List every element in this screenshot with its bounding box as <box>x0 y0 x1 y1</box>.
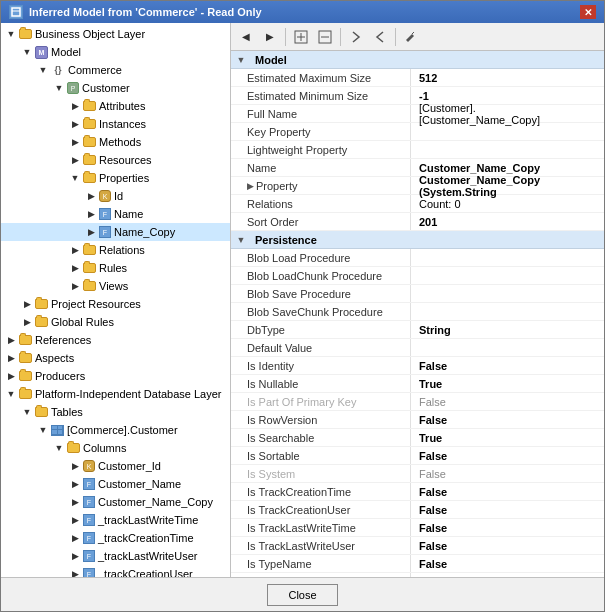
prop-value-is-system: False <box>411 465 454 482</box>
tree-item-customer-name-copy-col[interactable]: ▶FCustomer_Name_Copy <box>1 493 230 511</box>
toolbar-btn-collapse[interactable] <box>314 26 336 48</box>
folder-icon <box>83 263 96 273</box>
prop-name-is-searchable: Is Searchable <box>231 429 411 446</box>
toolbar: ◀ ▶ <box>231 23 604 51</box>
tree-item-properties[interactable]: ▼Properties <box>1 169 230 187</box>
tree-label-customer-id-col: Customer_Id <box>98 460 161 472</box>
tree-item-customer-id-col[interactable]: ▶KCustomer_Id <box>1 457 230 475</box>
tree-item-attributes[interactable]: ▶Attributes <box>1 97 230 115</box>
toolbar-btn-expand[interactable] <box>290 26 312 48</box>
tree-item-id[interactable]: ▶KId <box>1 187 230 205</box>
tree-item-name-copy[interactable]: ▶FName_Copy <box>1 223 230 241</box>
tree-item-track-creation-time[interactable]: ▶F_trackCreationTime <box>1 529 230 547</box>
tree-item-columns[interactable]: ▼Columns <box>1 439 230 457</box>
toolbar-btn-edit[interactable] <box>400 26 422 48</box>
tree-item-commerce-customer[interactable]: ▼[Commerce].Customer <box>1 421 230 439</box>
tree-item-platform-independent-database-layer[interactable]: ▼Platform-Independent Database Layer <box>1 385 230 403</box>
prop-row-is-sortable: Is Sortable False <box>231 447 604 465</box>
close-icon[interactable]: ✕ <box>580 5 596 19</box>
tree-item-track-last-write-time[interactable]: ▶F_trackLastWriteTime <box>1 511 230 529</box>
tree-item-business-object-layer[interactable]: ▼Business Object Layer <box>1 25 230 43</box>
tree-item-name[interactable]: ▶FName <box>1 205 230 223</box>
tree-item-customer-name-col[interactable]: ▶FCustomer_Name <box>1 475 230 493</box>
tree-item-references[interactable]: ▶References <box>1 331 230 349</box>
tree-item-global-rules[interactable]: ▶Global Rules <box>1 313 230 331</box>
prop-value-is-track-last-write-time: False <box>411 519 455 536</box>
tree-expand-name: ▶ <box>83 206 99 222</box>
prop-name-is-system: Is System <box>231 465 411 482</box>
tree-item-aspects[interactable]: ▶Aspects <box>1 349 230 367</box>
prop-name-blob-loadchunk: Blob LoadChunk Procedure <box>231 267 411 284</box>
tree-item-relations[interactable]: ▶Relations <box>1 241 230 259</box>
model-icon: M <box>35 46 48 59</box>
toolbar-btn-left[interactable] <box>369 26 391 48</box>
prop-name-key-prop: Key Property <box>231 123 411 140</box>
prop-value-dbtype: String <box>411 321 459 338</box>
prop-row-blob-loadchunk: Blob LoadChunk Procedure <box>231 267 604 285</box>
tree-item-track-last-write-user[interactable]: ▶F_trackLastWriteUser <box>1 547 230 565</box>
prop-name-lightweight: Lightweight Property <box>231 141 411 158</box>
field-icon: F <box>83 496 95 508</box>
prop-row-is-identity: Is Identity False <box>231 357 604 375</box>
tree-label-resources: Resources <box>99 154 152 166</box>
prop-name-is-nullable: Is Nullable <box>231 375 411 392</box>
tree-label-name-copy: Name_Copy <box>114 226 175 238</box>
toolbar-btn-back[interactable]: ◀ <box>235 26 257 48</box>
tree-item-producers[interactable]: ▶Producers <box>1 367 230 385</box>
tree-expand-name-copy: ▶ <box>83 224 99 240</box>
window-title: Inferred Model from 'Commerce' - Read On… <box>29 6 262 18</box>
toolbar-btn-right[interactable] <box>345 26 367 48</box>
prop-value-lightweight <box>411 141 427 158</box>
tree-expand-customer-name-copy-col: ▶ <box>67 494 83 510</box>
tree-expand-methods: ▶ <box>67 134 83 150</box>
tree-expand-model: ▼ <box>19 44 35 60</box>
folder-icon <box>35 407 48 417</box>
tree-item-customer[interactable]: ▼PCustomer <box>1 79 230 97</box>
tree-label-track-creation-user: _trackCreationUser <box>98 568 193 577</box>
tree-item-model[interactable]: ▼MModel <box>1 43 230 61</box>
tree-item-resources[interactable]: ▶Resources <box>1 151 230 169</box>
field-icon: F <box>99 226 111 238</box>
tree-item-rules[interactable]: ▶Rules <box>1 259 230 277</box>
tree-expand-attributes: ▶ <box>67 98 83 114</box>
prop-row-is-searchable: Is Searchable True <box>231 429 604 447</box>
prop-name-name: Name <box>231 159 411 176</box>
close-button[interactable]: Close <box>267 584 337 606</box>
tree-label-tables: Tables <box>51 406 83 418</box>
tree-item-commerce[interactable]: ▼{}Commerce <box>1 61 230 79</box>
tree-item-methods[interactable]: ▶Methods <box>1 133 230 151</box>
tree-item-project-resources[interactable]: ▶Project Resources <box>1 295 230 313</box>
prop-row-is-track-last-write-user: Is TrackLastWriteUser False <box>231 537 604 555</box>
tree-item-instances[interactable]: ▶Instances <box>1 115 230 133</box>
folder-icon <box>83 173 96 183</box>
field-icon: F <box>83 568 95 577</box>
tree-expand-customer-id-col: ▶ <box>67 458 83 474</box>
prop-name-is-typename: Is TypeName <box>231 555 411 572</box>
tree-expand-project-resources: ▶ <box>19 296 35 312</box>
section-persistence-header[interactable]: ▼ Persistence <box>231 231 604 249</box>
prop-name-is-track-creation-user: Is TrackCreationUser <box>231 501 411 518</box>
footer: Close <box>1 577 604 611</box>
tree-label-track-creation-time: _trackCreationTime <box>98 532 194 544</box>
prop-value-blob-load <box>411 249 427 266</box>
prop-row-is-rowversion: Is RowVersion False <box>231 411 604 429</box>
tree-expand-id: ▶ <box>83 188 99 204</box>
tree-item-views[interactable]: ▶Views <box>1 277 230 295</box>
table-icon <box>51 425 64 436</box>
tree-expand-commerce-customer: ▼ <box>35 422 51 438</box>
prop-name-default-val: Default Value <box>231 339 411 356</box>
tree-item-tables[interactable]: ▼Tables <box>1 403 230 421</box>
prop-value-full-name: [Customer].[Customer_Name_Copy] <box>411 105 604 122</box>
prop-name-is-primary-key: Is Part Of Primary Key <box>231 393 411 410</box>
prop-row-property: ▶ Property Customer_Name_Copy (System.St… <box>231 177 604 195</box>
title-bar: Inferred Model from 'Commerce' - Read On… <box>1 1 604 23</box>
tree-label-aspects: Aspects <box>35 352 74 364</box>
prop-name-estimated-min: Estimated Minimum Size <box>231 87 411 104</box>
tree-label-properties: Properties <box>99 172 149 184</box>
prop-name-property: ▶ Property <box>231 177 411 194</box>
tree-item-track-creation-user[interactable]: ▶F_trackCreationUser <box>1 565 230 577</box>
main-window: Inferred Model from 'Commerce' - Read On… <box>0 0 605 612</box>
folder-icon <box>19 353 32 363</box>
section-model-header[interactable]: ▼ Model <box>231 51 604 69</box>
toolbar-btn-forward[interactable]: ▶ <box>259 26 281 48</box>
